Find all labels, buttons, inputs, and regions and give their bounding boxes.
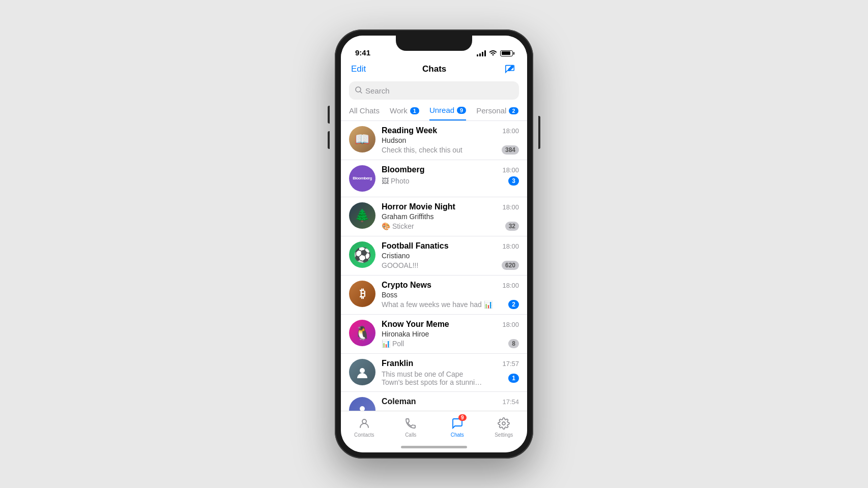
chat-preview-horror: 🎨 Sticker: [382, 222, 414, 230]
chat-list: 📖 Reading Week 18:00 Hudson Check this, …: [341, 121, 527, 411]
tab-bar-chats-label: Chats: [451, 432, 464, 438]
contacts-icon: [357, 416, 371, 431]
chat-sender-football: Cristiano: [382, 252, 519, 260]
chats-icon: 9: [450, 416, 465, 431]
page-title: Chats: [422, 64, 446, 74]
chat-preview-meme: 📊 Poll: [382, 340, 404, 348]
compose-button[interactable]: [503, 62, 517, 76]
avatar-meme: 🐧: [349, 320, 375, 346]
avatar-crypto: ₿: [349, 281, 375, 307]
unread-badge-reading-week: 384: [502, 145, 519, 155]
chat-sender-crypto: Boss: [382, 291, 519, 299]
search-placeholder: Search: [365, 86, 390, 95]
tab-bar-settings[interactable]: Settings: [481, 416, 528, 438]
chat-item-reading-week[interactable]: 📖 Reading Week 18:00 Hudson Check this, …: [341, 121, 527, 160]
chat-name-bloomberg: Bloomberg: [382, 165, 424, 174]
signal-icon: [477, 50, 486, 56]
tab-work[interactable]: Work 1: [390, 106, 419, 120]
chat-content-football: Football Fanatics 18:00 Cristiano GOOOAL…: [382, 241, 519, 270]
search-icon: [355, 86, 362, 95]
battery-icon: [500, 50, 513, 56]
power-button[interactable]: [538, 116, 540, 149]
chat-preview-reading-week: Check this, check this out: [382, 146, 462, 154]
phone-screen: 9:41: [341, 36, 527, 452]
chat-item-meme[interactable]: 🐧 Know Your Meme 18:00 Hironaka Hiroe 📊 …: [341, 315, 527, 354]
avatar-coleman: [349, 397, 375, 411]
chat-time-reading-week: 18:00: [502, 127, 519, 135]
chat-name-crypto: Crypto News: [382, 281, 431, 290]
chat-name-football: Football Fanatics: [382, 241, 449, 251]
chat-name-meme: Know Your Meme: [382, 320, 449, 329]
chat-sender-horror: Graham Griffiths: [382, 212, 519, 221]
unread-badge-franklin: 1: [508, 374, 519, 383]
chat-time-bloomberg: 18:00: [502, 166, 519, 174]
calls-icon: [403, 416, 418, 431]
svg-line-1: [360, 92, 362, 93]
volume-up-button[interactable]: [328, 106, 330, 124]
tab-personal[interactable]: Personal 2: [476, 106, 518, 120]
wifi-icon: [489, 49, 497, 57]
chat-preview-bloomberg: 🖼 Photo: [382, 177, 409, 185]
chat-time-coleman: 17:54: [502, 398, 519, 406]
svg-point-4: [362, 419, 366, 423]
chat-item-crypto[interactable]: ₿ Crypto News 18:00 Boss What a few week…: [341, 276, 527, 315]
chat-item-bloomberg[interactable]: Bloomberg Bloomberg 18:00 🖼 Photo 3: [341, 160, 527, 197]
tab-unread[interactable]: Unread 9: [429, 106, 466, 120]
chat-name-franklin: Franklin: [382, 359, 413, 368]
unread-badge-crypto: 2: [508, 300, 519, 309]
avatar-reading-week: 📖: [349, 126, 375, 152]
svg-point-5: [502, 422, 505, 425]
svg-point-2: [360, 368, 365, 373]
status-icons: [477, 49, 513, 57]
tab-work-label: Work: [390, 106, 408, 115]
chat-time-football: 18:00: [502, 242, 519, 250]
tab-unread-label: Unread: [429, 106, 454, 114]
chat-item-coleman[interactable]: Coleman 17:54: [341, 392, 527, 411]
chat-sender-meme: Hironaka Hiroe: [382, 330, 519, 338]
chat-name-coleman: Coleman: [382, 397, 416, 406]
tab-bar-chats[interactable]: 9 Chats: [434, 416, 481, 438]
phone-frame: 9:41: [335, 29, 533, 459]
tab-personal-label: Personal: [476, 106, 506, 115]
settings-icon: [497, 416, 511, 431]
chat-sender-reading-week: Hudson: [382, 136, 519, 144]
tab-personal-badge: 2: [509, 107, 518, 114]
chat-time-horror: 18:00: [502, 203, 519, 211]
filter-tabs: All Chats Work 1 Unread 9 Personal 2: [341, 104, 527, 121]
tab-bar-settings-label: Settings: [495, 432, 513, 438]
chat-item-horror[interactable]: 🌲 Horror Movie Night 18:00 Graham Griffi…: [341, 197, 527, 236]
chat-content-bloomberg: Bloomberg 18:00 🖼 Photo 3: [382, 165, 519, 186]
avatar-horror: 🌲: [349, 202, 375, 229]
tab-bar-contacts-label: Contacts: [354, 432, 374, 438]
avatar-franklin: [349, 359, 375, 385]
avatar-football: ⚽: [349, 241, 375, 268]
chat-preview-football: GOOOAL!!!: [382, 261, 418, 269]
chat-content-franklin: Franklin 17:57 This must be one of Cape …: [382, 359, 519, 386]
chat-name-horror: Horror Movie Night: [382, 202, 455, 211]
notch: [396, 36, 472, 51]
tab-bar-calls[interactable]: Calls: [388, 416, 435, 438]
chat-content-meme: Know Your Meme 18:00 Hironaka Hiroe 📊 Po…: [382, 320, 519, 348]
tab-bar-calls-label: Calls: [405, 432, 416, 438]
tab-work-badge: 1: [410, 107, 419, 114]
chat-content-horror: Horror Movie Night 18:00 Graham Griffith…: [382, 202, 519, 231]
tab-unread-badge: 9: [457, 107, 466, 114]
search-bar[interactable]: Search: [349, 81, 519, 100]
chat-item-football[interactable]: ⚽ Football Fanatics 18:00 Cristiano GOOO…: [341, 236, 527, 276]
tab-bar-contacts[interactable]: Contacts: [341, 416, 388, 438]
chat-content-crypto: Crypto News 18:00 Boss What a few weeks …: [382, 281, 519, 309]
avatar-bloomberg: Bloomberg: [349, 165, 375, 192]
chat-preview-crypto: What a few weeks we have had 📊: [382, 300, 493, 309]
svg-point-3: [360, 406, 365, 411]
tab-all-chats[interactable]: All Chats: [349, 106, 380, 120]
volume-down-button[interactable]: [328, 131, 330, 149]
header: Edit Chats: [341, 60, 527, 81]
chat-item-franklin[interactable]: Franklin 17:57 This must be one of Cape …: [341, 354, 527, 392]
tab-all-chats-label: All Chats: [349, 106, 380, 115]
chat-preview-franklin: This must be one of Cape Town's best spo…: [382, 370, 483, 386]
search-container: Search: [341, 81, 527, 104]
edit-button[interactable]: Edit: [351, 64, 366, 74]
unread-badge-bloomberg: 3: [508, 176, 519, 186]
chat-time-franklin: 17:57: [502, 360, 519, 368]
chat-time-meme: 18:00: [502, 321, 519, 328]
